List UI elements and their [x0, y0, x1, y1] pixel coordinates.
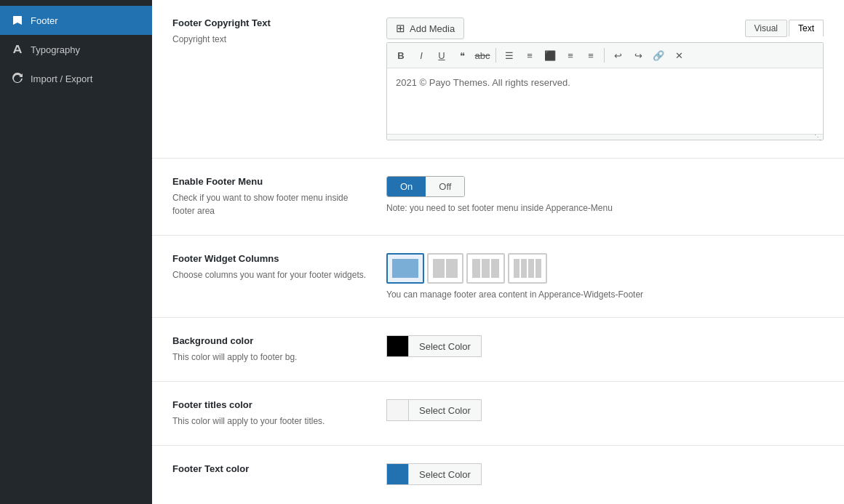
- section-label-columns: Footer Widget Columns Choose columns you…: [172, 253, 369, 300]
- section-enable-footer-menu: Enable Footer Menu Check if you want to …: [152, 159, 844, 236]
- col-option-2[interactable]: [427, 253, 463, 284]
- toolbar-ul[interactable]: ☰: [500, 46, 519, 65]
- col-block-1: [392, 259, 418, 278]
- sidebar-item-footer-label: Footer: [31, 15, 58, 26]
- bg-color-desc: This color will apply to footer bg.: [172, 351, 369, 364]
- section-footer-titles-color: Footer titles color This color will appl…: [152, 382, 844, 446]
- col-option-1[interactable]: [386, 253, 424, 284]
- toolbar-align-right[interactable]: ≡: [581, 46, 600, 65]
- text-color-picker: Select Color: [386, 463, 824, 485]
- sidebar-item-footer[interactable]: Footer: [0, 6, 152, 35]
- toolbar-align-center[interactable]: ≡: [561, 46, 580, 65]
- toggle-on-button[interactable]: On: [387, 177, 426, 196]
- toolbar-bold[interactable]: B: [391, 46, 410, 65]
- footer-copyright-desc: Copyright text: [172, 33, 369, 46]
- section-control-columns: You can manage footer area content in Ap…: [386, 253, 824, 300]
- section-control-titles-color: Select Color: [386, 399, 824, 428]
- section-control-footer-copyright: ⊞ Add Media Visual Text B I U ❝ abc ☰ ≡: [386, 17, 824, 140]
- editor-content: 2021 © Payo Themes. All rights reserved.: [396, 77, 570, 88]
- text-color-swatch[interactable]: [386, 463, 408, 485]
- bg-color-title: Background color: [172, 335, 369, 346]
- columns-info: You can manage footer area content in Ap…: [386, 289, 824, 300]
- toggle-note: Note: you need to set footer menu inside…: [386, 203, 824, 213]
- toolbar-italic[interactable]: I: [412, 46, 431, 65]
- tab-text[interactable]: Text: [789, 20, 824, 37]
- add-media-button[interactable]: ⊞ Add Media: [386, 17, 464, 39]
- sidebar-item-typography-label: Typography: [31, 44, 80, 55]
- toolbar-redo[interactable]: ↪: [629, 46, 648, 65]
- titles-color-swatch[interactable]: [386, 399, 408, 421]
- titles-color-desc: This color will apply to your footer tit…: [172, 415, 369, 428]
- toolbar-sep-2: [604, 48, 605, 63]
- editor-tabs: Visual Text: [745, 20, 824, 37]
- section-control-bg-color: Select Color: [386, 335, 824, 364]
- toolbar-strikethrough[interactable]: abc: [473, 46, 492, 65]
- column-selector: [386, 253, 824, 284]
- section-footer-copyright: Footer Copyright Text Copyright text ⊞ A…: [152, 0, 844, 159]
- col-block-3c: [491, 259, 499, 278]
- toolbar-quote[interactable]: ❝: [453, 46, 471, 65]
- col-block-2b: [446, 259, 458, 278]
- columns-title: Footer Widget Columns: [172, 253, 369, 264]
- editor-toolbar: B I U ❝ abc ☰ ≡ ⬛ ≡ ≡ ↩ ↪ 🔗 ✕: [387, 43, 823, 68]
- toolbar-ol[interactable]: ≡: [520, 46, 539, 65]
- col-block-4a: [514, 259, 519, 278]
- titles-color-select-button[interactable]: Select Color: [408, 399, 482, 421]
- toolbar-sep-1: [495, 48, 496, 63]
- bg-color-swatch[interactable]: [386, 335, 408, 357]
- toggle-off-button[interactable]: Off: [426, 177, 464, 196]
- add-media-label: Add Media: [410, 23, 455, 34]
- toolbar-align-left[interactable]: ⬛: [541, 46, 560, 65]
- add-media-icon: ⊞: [396, 22, 405, 35]
- sidebar-item-typography[interactable]: Typography: [0, 35, 152, 64]
- titles-color-picker: Select Color: [386, 399, 824, 421]
- columns-desc: Choose columns you want for your footer …: [172, 268, 369, 281]
- enable-menu-desc: Check if you want to show footer menu in…: [172, 191, 369, 217]
- editor-resize[interactable]: ⋱: [387, 134, 823, 140]
- col-block-4b: [521, 259, 527, 278]
- col-block-2a: [433, 259, 445, 278]
- enable-menu-title: Enable Footer Menu: [172, 176, 369, 187]
- col-option-4[interactable]: [508, 253, 547, 284]
- font-icon: [10, 42, 25, 57]
- section-label-bg-color: Background color This color will apply t…: [172, 335, 369, 364]
- footer-copyright-title: Footer Copyright Text: [172, 17, 369, 28]
- col-block-4c: [528, 259, 534, 278]
- titles-color-title: Footer titles color: [172, 399, 369, 410]
- section-label-enable-menu: Enable Footer Menu Check if you want to …: [172, 176, 369, 217]
- bg-color-picker: Select Color: [386, 335, 824, 357]
- text-color-title: Footer Text color: [172, 463, 369, 474]
- editor-wrapper: B I U ❝ abc ☰ ≡ ⬛ ≡ ≡ ↩ ↪ 🔗 ✕: [386, 42, 824, 140]
- section-footer-widget-columns: Footer Widget Columns Choose columns you…: [152, 236, 844, 318]
- section-control-text-color: Select Color: [386, 463, 824, 485]
- section-control-enable-menu: On Off Note: you need to set footer menu…: [386, 176, 824, 217]
- sidebar-item-import-export-label: Import / Export: [31, 73, 92, 84]
- section-label-titles-color: Footer titles color This color will appl…: [172, 399, 369, 428]
- bookmark-icon: [10, 13, 25, 28]
- sidebar: Footer Typography Import / Export: [0, 0, 152, 504]
- main-content: Footer Copyright Text Copyright text ⊞ A…: [152, 0, 844, 504]
- bg-color-select-button[interactable]: Select Color: [408, 335, 482, 357]
- editor-body[interactable]: 2021 © Payo Themes. All rights reserved.: [387, 68, 823, 134]
- section-background-color: Background color This color will apply t…: [152, 318, 844, 382]
- refresh-icon: [10, 71, 25, 86]
- section-footer-text-color: Footer Text color Select Color: [152, 446, 844, 503]
- col-block-3a: [472, 259, 480, 278]
- toolbar-link[interactable]: 🔗: [649, 46, 668, 65]
- toolbar-fullscreen[interactable]: ✕: [669, 46, 688, 65]
- add-media-bar: ⊞ Add Media Visual Text: [386, 17, 824, 39]
- toggle-group: On Off: [386, 176, 465, 197]
- text-color-select-button[interactable]: Select Color: [408, 463, 482, 485]
- toolbar-underline[interactable]: U: [432, 46, 451, 65]
- sidebar-item-import-export[interactable]: Import / Export: [0, 64, 152, 93]
- tab-visual[interactable]: Visual: [745, 20, 787, 37]
- col-block-3b: [482, 259, 490, 278]
- section-label-footer-copyright: Footer Copyright Text Copyright text: [172, 17, 369, 140]
- section-label-text-color: Footer Text color: [172, 463, 369, 485]
- col-block-4d: [536, 259, 541, 278]
- toolbar-undo[interactable]: ↩: [608, 46, 627, 65]
- col-option-3[interactable]: [466, 253, 505, 284]
